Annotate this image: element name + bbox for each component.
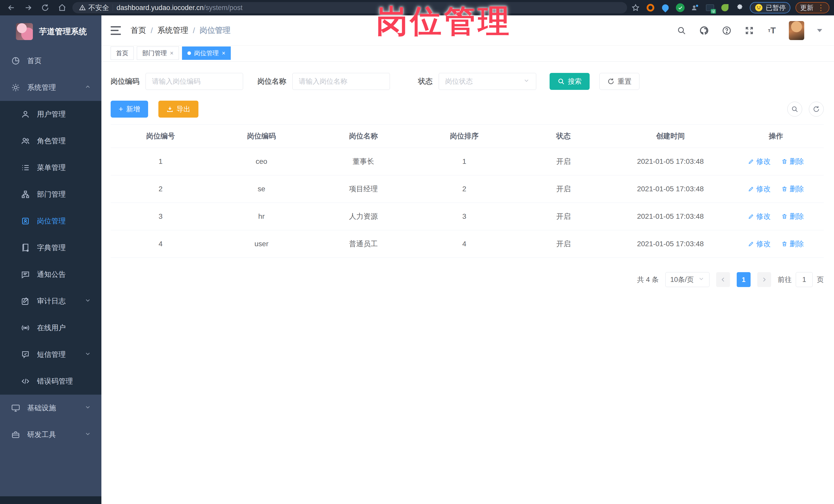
- refresh-table-button[interactable]: [809, 102, 824, 116]
- sidebar-item-notices[interactable]: 通知公告: [0, 261, 102, 288]
- user-icon: [21, 110, 30, 118]
- tab-home[interactable]: 首页: [111, 46, 134, 60]
- sidebar-item-departments[interactable]: 部门管理: [0, 181, 102, 208]
- post-code-input[interactable]: [146, 73, 243, 90]
- col-post-id: 岗位编号: [111, 125, 211, 148]
- col-post-sort: 岗位排序: [414, 125, 514, 148]
- refresh-icon: [607, 78, 615, 85]
- page-number-button[interactable]: 1: [737, 272, 751, 287]
- sidebar-item-dev-tools[interactable]: 研发工具: [0, 421, 102, 448]
- breadcrumb-home[interactable]: 首页: [131, 25, 146, 36]
- goto-page: 前往 页: [778, 272, 824, 287]
- search-icon[interactable]: [676, 25, 687, 36]
- table-header-row: 岗位编号 岗位编码 岗位名称 岗位排序 状态 创建时间 操作: [111, 125, 824, 148]
- update-label: 更新: [800, 3, 813, 12]
- post-name-input[interactable]: [292, 73, 390, 90]
- bookmark-star-icon[interactable]: [631, 3, 640, 13]
- edit-link[interactable]: 修改: [748, 157, 771, 167]
- sidebar-item-sms[interactable]: 短信管理: [0, 341, 102, 368]
- sidebar-item-audit-logs[interactable]: 审计日志: [0, 288, 102, 314]
- delete-link[interactable]: 删除: [782, 212, 804, 221]
- extensions-puzzle-icon[interactable]: [735, 3, 745, 13]
- sidebar-menu: 首页 系统管理 用户管理: [0, 47, 102, 504]
- chevron-down-icon: [85, 404, 91, 412]
- prev-page-button[interactable]: [716, 272, 730, 287]
- edit-link[interactable]: 修改: [748, 212, 771, 221]
- profile-paused-badge[interactable]: 已暂停: [750, 2, 790, 13]
- table-row: 1 ceo 董事长 1 开启 2021-01-05 17:03:48 修改 删除: [111, 148, 824, 175]
- back-arrow-icon: [7, 3, 16, 12]
- hamburger-icon[interactable]: [111, 26, 121, 35]
- security-label: 不安全: [88, 3, 109, 12]
- sidebar-item-roles[interactable]: 角色管理: [0, 128, 102, 154]
- broadcast-icon: [21, 324, 30, 332]
- status-select[interactable]: 岗位状态: [439, 73, 536, 90]
- sidebar-item-users[interactable]: 用户管理: [0, 101, 102, 128]
- table-row: 3 hr 人力资源 3 开启 2021-01-05 17:03:48 修改 删除: [111, 203, 824, 230]
- col-created: 创建时间: [613, 125, 728, 148]
- edit-link[interactable]: 修改: [748, 184, 771, 194]
- paused-label: 已暂停: [766, 3, 786, 12]
- reset-button[interactable]: 重置: [599, 73, 639, 90]
- status-text: 开启: [514, 175, 613, 203]
- search-button[interactable]: 搜索: [550, 73, 590, 90]
- app-logo-row[interactable]: 芋道管理系统: [0, 16, 102, 47]
- table-right-tools: [787, 102, 824, 116]
- sidebar-item-posts[interactable]: 岗位管理: [0, 208, 102, 235]
- forward-arrow-icon: [24, 3, 32, 12]
- extension-pin-icon[interactable]: [660, 3, 670, 13]
- export-button[interactable]: 导出: [158, 101, 198, 117]
- avatar-caret-icon[interactable]: [817, 29, 822, 32]
- sidebar-item-home[interactable]: 首页: [0, 47, 102, 74]
- add-button[interactable]: + 新增: [111, 101, 148, 117]
- delete-link[interactable]: 删除: [782, 157, 804, 167]
- help-icon[interactable]: [721, 25, 732, 36]
- status-label: 状态: [418, 76, 433, 86]
- browser-menu-icon[interactable]: ⋮: [817, 4, 825, 12]
- sidebar-item-menus[interactable]: 菜单管理: [0, 154, 102, 181]
- close-icon[interactable]: ×: [170, 50, 174, 56]
- extension-badge: 绿: [711, 9, 716, 14]
- breadcrumb-system[interactable]: 系统管理: [157, 25, 188, 36]
- url-separator: [113, 4, 113, 11]
- filter-form: 岗位编码 岗位名称 状态 岗位状态 搜索: [111, 73, 824, 90]
- sidebar-item-infrastructure[interactable]: 基础设施: [0, 395, 102, 421]
- gear-icon: [11, 83, 20, 92]
- extension-check-icon[interactable]: [675, 3, 685, 13]
- browser-forward-button[interactable]: [22, 1, 35, 14]
- browser-back-button[interactable]: [5, 1, 18, 14]
- next-page-button[interactable]: [757, 272, 771, 287]
- fullscreen-icon[interactable]: [744, 25, 755, 36]
- url-path: /system/post: [203, 4, 243, 12]
- toggle-search-button[interactable]: [787, 102, 802, 116]
- extension-card-icon[interactable]: 绿: [705, 3, 715, 13]
- tab-posts[interactable]: 岗位管理 ×: [182, 46, 231, 60]
- search-icon: [557, 78, 565, 85]
- status-text: 开启: [514, 203, 613, 230]
- tab-departments[interactable]: 部门管理 ×: [137, 46, 179, 60]
- sidebar-item-error-codes[interactable]: 错误码管理: [0, 368, 102, 395]
- user-avatar[interactable]: [789, 21, 804, 40]
- monitor-icon: [11, 403, 20, 412]
- col-post-code: 岗位编码: [211, 125, 312, 148]
- chevron-down-icon: [698, 276, 705, 284]
- page-size-select[interactable]: 10条/页: [665, 272, 709, 287]
- sidebar-item-online-users[interactable]: 在线用户: [0, 314, 102, 341]
- extension-people-icon[interactable]: [690, 3, 700, 13]
- edit-link[interactable]: 修改: [748, 239, 771, 249]
- browser-reload-button[interactable]: [39, 1, 52, 14]
- github-icon[interactable]: [699, 25, 710, 36]
- extension-orange-icon[interactable]: [645, 3, 655, 13]
- delete-link[interactable]: 删除: [782, 184, 804, 194]
- delete-link[interactable]: 删除: [782, 239, 804, 249]
- browser-update-button[interactable]: 更新 ⋮: [795, 2, 829, 13]
- security-status[interactable]: 不安全: [79, 3, 109, 12]
- sidebar-item-dictionary[interactable]: 字典管理: [0, 235, 102, 261]
- extension-leaf-icon[interactable]: [720, 3, 730, 13]
- sidebar-item-system[interactable]: 系统管理: [0, 74, 102, 101]
- address-bar[interactable]: 不安全 dashboard.yudao.iocoder.cn/system/po…: [72, 2, 627, 13]
- goto-page-input[interactable]: [796, 272, 813, 287]
- font-size-icon[interactable]: тT: [766, 25, 777, 36]
- close-icon[interactable]: ×: [222, 50, 225, 56]
- browser-home-button[interactable]: [56, 1, 69, 14]
